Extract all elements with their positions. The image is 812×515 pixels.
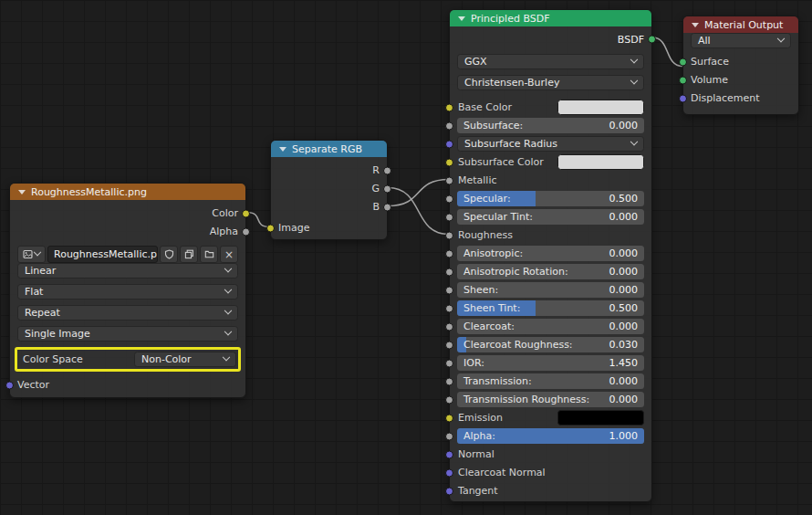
emission-swatch[interactable] [557,410,644,426]
node-header-separate-rgb[interactable]: Separate RGB [271,141,387,157]
node-principled-bsdf[interactable]: Principled BSDF BSDF GGX Christensen-Bur… [449,9,652,502]
collapse-triangle-icon[interactable] [279,147,286,152]
socket-g-output[interactable] [383,184,391,193]
socket-alpha-output[interactable] [242,227,250,236]
interpolation-menu[interactable]: Linear [17,263,238,279]
transmission-slider[interactable]: Transmission:0.000 [457,373,644,389]
specular-slider[interactable]: Specular:0.500 [457,191,644,206]
socket-sheen-tint-input[interactable] [445,304,453,312]
socket-roughness-input[interactable] [445,231,453,239]
chevron-down-icon [34,247,41,255]
subsurface-slider[interactable]: Subsurface:0.000 [457,118,644,133]
node-material-output[interactable]: Material Output All Surface Volume Displ… [682,16,799,115]
fake-user-button[interactable] [160,246,178,263]
clearcoat-roughness-slider[interactable]: Clearcoat Roughness:0.030 [457,337,644,352]
socket-alpha-input[interactable] [445,432,453,440]
collapse-triangle-icon[interactable] [18,190,26,194]
specular-tint-slider[interactable]: Specular Tint:0.000 [457,209,644,225]
socket-volume-input[interactable] [679,76,687,84]
image-browse-button[interactable] [17,246,46,263]
chevron-down-icon [224,264,232,271]
socket-subsurface-radius-input[interactable] [445,140,453,148]
clearcoat-slider[interactable]: Clearcoat:0.000 [457,319,644,334]
socket-b-output[interactable] [383,203,391,211]
socket-subsurface-color-input[interactable] [445,158,453,166]
duplicate-image-button[interactable] [180,246,198,263]
socket-transmission-roughness-input[interactable] [445,395,453,404]
slider-value: 0.000 [609,375,639,387]
unlink-image-button[interactable]: × [220,246,238,263]
chevron-down-icon [630,76,638,83]
socket-clearcoat-normal-input[interactable] [445,468,453,477]
base-color-swatch[interactable] [557,100,644,115]
slider-value: 0.500 [609,302,639,314]
socket-specular-input[interactable] [445,194,453,203]
alpha-slider[interactable]: Alpha:1.000 [457,428,644,444]
menu-value: Non-Color [141,353,192,365]
anisotropic-slider[interactable]: Anisotropic:0.000 [457,246,644,261]
collapse-triangle-icon[interactable] [458,16,465,21]
socket-base-color-input[interactable] [445,103,453,111]
principled-input-anisotropic: Anisotropic:0.000 [457,246,644,261]
ior-slider[interactable]: IOR:1.450 [457,355,644,371]
open-image-button[interactable] [200,246,218,263]
transmission-roughness-slider[interactable]: Transmission Roughness:0.000 [457,392,644,407]
collapse-triangle-icon[interactable] [692,23,699,27]
socket-clearcoat-roughness-input[interactable] [445,341,453,349]
colorspace-highlight-box: Color Space Non-Color [15,347,241,372]
sheen-tint-slider[interactable]: Sheen Tint:0.500 [457,300,644,316]
menu-value: Single Image [25,328,90,340]
node-header-material-output[interactable]: Material Output [683,16,798,33]
node-editor-canvas[interactable]: RoughnessMetallic.png Color Alpha Roughn… [0,0,812,515]
chevron-down-icon [777,34,785,41]
socket-subsurface-input[interactable] [445,121,453,130]
socket-vector-input[interactable] [5,381,14,389]
node-image-texture[interactable]: RoughnessMetallic.png Color Alpha Roughn… [9,183,246,398]
socket-sheen-input[interactable] [445,286,453,294]
principled-input-metallic: Metallic [457,173,644,188]
output-row-bsdf: BSDF [457,28,644,50]
socket-anisotropic-rotation-input[interactable] [445,268,453,276]
principled-input-sheen-tint: Sheen Tint:0.500 [457,300,644,316]
subsurface-color-swatch[interactable] [557,154,644,170]
open-folder-icon [204,249,214,259]
projection-menu[interactable]: Flat [17,284,238,300]
subsurface-method-menu[interactable]: Christensen-Burley [457,75,644,90]
node-title: Material Output [704,19,783,31]
socket-clearcoat-input[interactable] [445,322,453,331]
socket-emission-input[interactable] [445,414,453,422]
socket-anisotropic-input[interactable] [445,249,453,258]
principled-input-sheen: Sheen:0.000 [457,282,644,298]
slider-value: 0.500 [609,193,639,205]
subsurface-radius-menu[interactable]: Subsurface Radius [457,136,644,152]
slider-label: Transmission Roughness: [463,394,589,405]
socket-surface-input[interactable] [679,58,687,66]
socket-normal-input[interactable] [445,450,453,458]
socket-metallic-input[interactable] [445,176,453,184]
extension-menu[interactable]: Repeat [17,305,238,321]
distribution-menu[interactable]: GGX [457,54,644,69]
socket-r-output[interactable] [383,166,391,174]
socket-bsdf-output[interactable] [648,36,656,44]
socket-color-output[interactable] [242,209,250,217]
input-label-base-color: Base Color [457,101,512,113]
socket-transmission-input[interactable] [445,377,453,385]
socket-displacement-input[interactable] [679,94,687,102]
socket-specular-tint-input[interactable] [445,213,453,221]
input-label-metallic: Metallic [457,174,497,186]
menu-value: Christensen-Burley [464,77,559,89]
image-name-field[interactable]: RoughnessMetallic.png [47,246,158,263]
socket-image-input[interactable] [266,224,275,232]
menu-value: GGX [464,56,487,68]
node-header-image-texture[interactable]: RoughnessMetallic.png [10,184,245,200]
socket-tangent-input[interactable] [445,487,453,495]
socket-ior-input[interactable] [445,359,453,367]
sheen-slider[interactable]: Sheen:0.000 [457,282,644,298]
source-menu[interactable]: Single Image [17,326,238,342]
node-header-principled-bsdf[interactable]: Principled BSDF [450,10,651,26]
node-separate-rgb[interactable]: Separate RGB R G B Image [270,140,388,240]
colorspace-menu[interactable]: Non-Color [134,352,236,367]
target-menu[interactable]: All [691,33,791,48]
anisotropic-rotation-slider[interactable]: Anisotropic Rotation:0.000 [457,264,644,279]
principled-input-base-color: Base Color [457,100,644,115]
